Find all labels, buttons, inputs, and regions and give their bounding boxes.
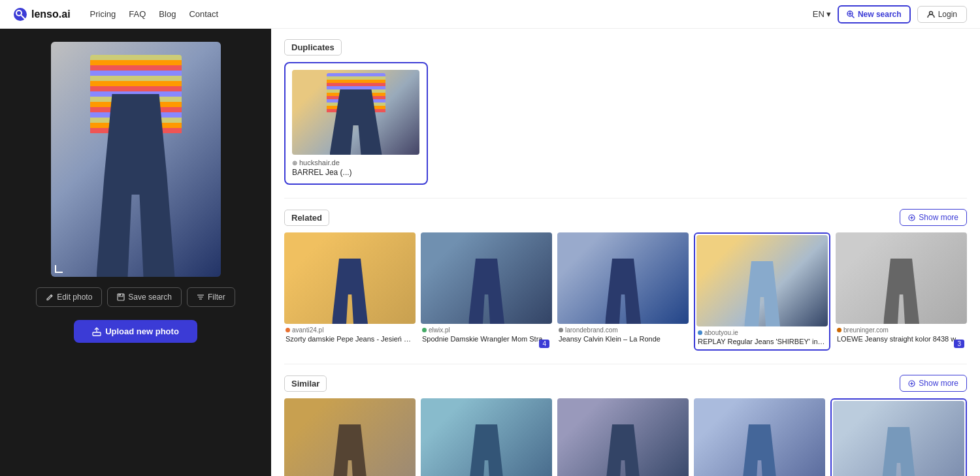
- mini-jeans-3: [744, 261, 780, 326]
- edit-photo-label: Edit photo: [57, 293, 92, 302]
- nav-blog[interactable]: Blog: [159, 9, 176, 19]
- source-dot-2: [559, 328, 563, 332]
- filter-label: Filter: [208, 293, 225, 302]
- similar-img-0: [284, 398, 416, 476]
- divider-1: [284, 198, 967, 198]
- related-img-0: [284, 232, 416, 324]
- duplicate-meta: ⊕ huckshair.de BARREL Jea (...): [292, 159, 420, 177]
- save-icon: [117, 293, 125, 301]
- similar-show-more-button[interactable]: Show more: [900, 375, 967, 392]
- nav-faq[interactable]: FAQ: [129, 9, 146, 19]
- related-show-more-button[interactable]: Show more: [900, 209, 967, 226]
- similar-card-0[interactable]: aboutyou.pl Smith&Soul Normalny krój Jea…: [284, 398, 416, 476]
- related-source-4: breuninger.com: [837, 326, 966, 334]
- left-panel: Edit photo Save search Filter: [0, 29, 271, 476]
- related-grid: avanti24.pl Szorty damskie Pepe Jeans - …: [284, 232, 967, 351]
- related-img-3: [696, 235, 828, 326]
- nav-links: Pricing FAQ Blog Contact: [90, 9, 219, 19]
- mini-jeans-2: [605, 259, 641, 324]
- similar-header: Similar Show more: [284, 375, 967, 392]
- huck-icon: ⊕: [292, 159, 297, 167]
- new-search-label: New search: [858, 10, 902, 19]
- related-section: Related Show more: [284, 209, 967, 351]
- similar-card-3[interactable]: breuninger.com AGOLDE Jeansy FUSION JEAN…: [694, 398, 825, 476]
- language-selector[interactable]: EN ▾: [813, 9, 831, 19]
- related-label: Related: [284, 210, 329, 226]
- edit-photo-button[interactable]: Edit photo: [36, 287, 102, 307]
- similar-img-1: [421, 398, 552, 476]
- related-card-4[interactable]: breuninger.com LOEWE Jeansy straight kol…: [836, 232, 967, 351]
- related-meta-3: aboutyou.ie REPLAY Regular Jeans 'SHIRBE…: [696, 326, 828, 348]
- related-source-2: larondebrand.com: [559, 326, 687, 334]
- related-card-3[interactable]: aboutyou.ie REPLAY Regular Jeans 'SHIRBE…: [694, 232, 830, 351]
- nav-pricing[interactable]: Pricing: [90, 9, 116, 19]
- filter-icon: [197, 293, 204, 301]
- related-img-1: [421, 232, 552, 324]
- similar-card-1[interactable]: peek-cloppenburg.pl Kup online 7 For All…: [421, 398, 552, 476]
- related-source-1: elwix.pl: [422, 326, 551, 334]
- new-search-button[interactable]: New search: [838, 5, 911, 24]
- lang-label: EN: [813, 9, 825, 19]
- related-img-2: [557, 232, 689, 324]
- mini-jeans-s3: [742, 424, 777, 476]
- edit-icon: [46, 293, 54, 301]
- save-search-button[interactable]: Save search: [107, 287, 182, 307]
- show-more-icon: [908, 214, 915, 221]
- chevron-down-icon: ▾: [826, 9, 831, 19]
- similar-section: Similar Show more: [284, 375, 967, 476]
- related-img-4: [836, 232, 967, 324]
- related-title-0: Szorty damskie Pepe Jeans - Jesień 2024 …: [286, 335, 414, 343]
- source-dot-4: [837, 328, 841, 332]
- navbar: lenso.ai Pricing FAQ Blog Contact EN ▾ N…: [0, 0, 980, 29]
- similar-card-4[interactable]: zalando.pl PULL&BEAR Jeansy Straight Leg…: [830, 398, 967, 476]
- upload-label: Upload new photo: [105, 326, 179, 336]
- related-count-4: 3: [954, 340, 964, 348]
- corner-bracket: [55, 265, 63, 273]
- logo-link[interactable]: lenso.ai: [13, 7, 71, 22]
- similar-img-4: [833, 401, 964, 476]
- logo-text: lenso.ai: [31, 8, 71, 20]
- similar-card-2[interactable]: breuninger.com pierre cardin Jeansy DIJO…: [557, 398, 689, 476]
- login-label: Login: [938, 10, 957, 19]
- similar-show-more-label: Show more: [919, 379, 958, 388]
- similar-img-3: [694, 398, 825, 476]
- duplicates-header: Duplicates: [284, 39, 967, 56]
- similar-grid: aboutyou.pl Smith&Soul Normalny krój Jea…: [284, 398, 967, 476]
- mini-jeans-s2: [605, 424, 641, 476]
- login-button[interactable]: Login: [917, 6, 967, 23]
- source-dot-3: [698, 330, 702, 335]
- new-search-icon: [847, 10, 855, 18]
- logo-icon: [13, 7, 27, 22]
- related-source-0: avanti24.pl: [286, 326, 414, 334]
- action-buttons: Edit photo Save search Filter: [36, 287, 235, 307]
- svg-rect-14: [93, 332, 101, 336]
- nav-contact[interactable]: Contact: [189, 9, 218, 19]
- mini-jeans-s1: [468, 424, 504, 476]
- related-title-1: Spodnie Damskie Wrangler Mom Stra...: [422, 335, 551, 343]
- duplicate-card[interactable]: ⊕ huckshair.de BARREL Jea (...): [284, 62, 428, 185]
- mini-jeans-s0: [332, 424, 368, 476]
- mini-jeans-s4: [881, 427, 917, 476]
- related-count-1: 4: [539, 340, 549, 348]
- duplicate-source: ⊕ huckshair.de: [292, 159, 420, 167]
- upload-new-photo-button[interactable]: Upload new photo: [74, 320, 197, 343]
- divider-2: [284, 364, 967, 364]
- source-dot-1: [422, 328, 427, 332]
- svg-rect-10: [120, 294, 121, 296]
- related-card-0[interactable]: avanti24.pl Szorty damskie Pepe Jeans - …: [284, 232, 416, 351]
- related-card-1[interactable]: elwix.pl Spodnie Damskie Wrangler Mom St…: [421, 232, 552, 351]
- related-meta-2: larondebrand.com Jeansy Calvin Klein – L…: [557, 324, 689, 345]
- duplicate-title: BARREL Jea (...): [292, 168, 420, 177]
- duplicate-image: [292, 70, 419, 155]
- filter-button[interactable]: Filter: [187, 287, 235, 307]
- related-title-4: LOEWE Jeansy straight kolor 8438 wa...: [837, 335, 966, 343]
- mini-jeans-0: [332, 259, 368, 324]
- right-panel: Duplicates ⊕ huckshair.de BARREL Jea (..…: [271, 29, 980, 476]
- related-meta-4: breuninger.com LOEWE Jeansy straight kol…: [836, 324, 967, 345]
- related-card-2[interactable]: larondebrand.com Jeansy Calvin Klein – L…: [557, 232, 689, 351]
- related-meta-0: avanti24.pl Szorty damskie Pepe Jeans - …: [284, 324, 416, 345]
- query-image-bg: [51, 42, 221, 277]
- upload-icon: [92, 327, 101, 336]
- svg-line-4: [852, 16, 854, 18]
- related-title-2: Jeansy Calvin Klein – La Ronde: [559, 335, 687, 343]
